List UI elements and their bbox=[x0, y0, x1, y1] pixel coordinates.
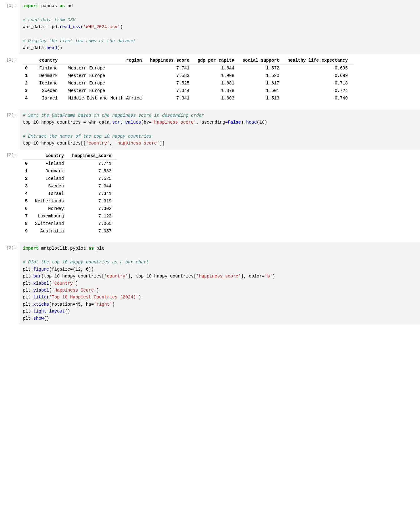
row-country: Luxembourg bbox=[32, 212, 69, 220]
row-happiness: 7.122 bbox=[69, 212, 117, 220]
table-row: 5 Netherlands 7.319 bbox=[23, 197, 117, 205]
row-country: Switzerland bbox=[32, 220, 69, 227]
row-happiness: 7.319 bbox=[69, 197, 117, 205]
row-gdp: 1.878 bbox=[195, 87, 240, 94]
output-content-1: country region happiness_score gdp_per_c… bbox=[19, 54, 420, 104]
row-health: 0.724 bbox=[285, 87, 353, 94]
row-country: Norway bbox=[32, 205, 69, 212]
row-country: Australia bbox=[32, 227, 69, 235]
code-block-2: # Sort the DataFrame based on the happin… bbox=[23, 112, 416, 147]
row-country: Israel bbox=[32, 94, 63, 102]
row-happiness: 7.341 bbox=[148, 94, 195, 102]
code-cell-1: [1]: import pandas as pd # Load data fro… bbox=[0, 0, 420, 54]
row-idx: 3 bbox=[23, 87, 32, 94]
col-header-health: healthy_life_expectancy bbox=[285, 57, 353, 64]
row-idx: 2 bbox=[23, 175, 32, 182]
code-content-3: import matplotlib.pyplot as plt # Plot t… bbox=[19, 242, 420, 324]
row-idx: 5 bbox=[23, 197, 32, 205]
output-cell-2: [2]: country happiness_score 0 Finland 7… bbox=[0, 150, 420, 237]
row-social: 1.501 bbox=[240, 87, 285, 94]
col-header-happiness2: happiness_score bbox=[69, 152, 117, 160]
row-happiness: 7.057 bbox=[69, 227, 117, 235]
row-region: Western Europe bbox=[63, 87, 147, 94]
table-row: 4 Israel 7.341 bbox=[23, 190, 117, 197]
code-block-3: import matplotlib.pyplot as plt # Plot t… bbox=[23, 245, 416, 322]
col-header-country2: country bbox=[32, 152, 69, 160]
cell-label-2: [2]: bbox=[0, 109, 19, 150]
row-social: 1.617 bbox=[240, 79, 285, 87]
row-health: 0.740 bbox=[285, 94, 353, 102]
row-country: Iceland bbox=[32, 79, 63, 87]
col-header-country: country bbox=[32, 57, 63, 64]
row-happiness: 7.302 bbox=[69, 205, 117, 212]
row-country: Iceland bbox=[32, 175, 69, 182]
table-row: 2 Iceland Western Europe 7.525 1.881 1.6… bbox=[23, 79, 353, 87]
row-health: 0.699 bbox=[285, 72, 353, 79]
row-gdp: 1.881 bbox=[195, 79, 240, 87]
row-happiness: 7.060 bbox=[69, 220, 117, 227]
col-header-idx bbox=[23, 57, 32, 64]
col-header-gdp: gdp_per_capita bbox=[195, 57, 240, 64]
row-idx: 4 bbox=[23, 94, 32, 102]
row-happiness: 7.525 bbox=[148, 79, 195, 87]
row-country: Finland bbox=[32, 160, 69, 167]
row-idx: 1 bbox=[23, 72, 32, 79]
col-header-region: region bbox=[63, 57, 147, 64]
row-idx: 0 bbox=[23, 64, 32, 72]
row-region: Western Europe bbox=[63, 79, 147, 87]
col-header-happiness: happiness_score bbox=[148, 57, 195, 64]
output-label-1: [1]: bbox=[0, 54, 19, 104]
row-happiness: 7.341 bbox=[69, 190, 117, 197]
col-header-social: social_support bbox=[240, 57, 285, 64]
row-region: Western Europe bbox=[63, 64, 147, 72]
row-health: 0.718 bbox=[285, 79, 353, 87]
row-happiness: 7.344 bbox=[148, 87, 195, 94]
separator-1 bbox=[0, 104, 420, 109]
table-row: 9 Australia 7.057 bbox=[23, 227, 117, 235]
row-idx: 1 bbox=[23, 167, 32, 175]
row-country: Finland bbox=[32, 64, 63, 72]
row-idx: 6 bbox=[23, 205, 32, 212]
code-content-2: # Sort the DataFrame based on the happin… bbox=[19, 109, 420, 150]
code-content-1: import pandas as pd # Load data from CSV… bbox=[19, 0, 420, 54]
table-row: 7 Luxembourg 7.122 bbox=[23, 212, 117, 220]
table-row: 0 Finland Western Europe 7.741 1.844 1.5… bbox=[23, 64, 353, 72]
row-idx: 0 bbox=[23, 160, 32, 167]
cell-label-3: [3]: bbox=[0, 242, 19, 324]
row-country: Israel bbox=[32, 190, 69, 197]
row-gdp: 1.908 bbox=[195, 72, 240, 79]
row-country: Sweden bbox=[32, 182, 69, 190]
table-row: 1 Denmark 7.583 bbox=[23, 167, 117, 175]
row-idx: 7 bbox=[23, 212, 32, 220]
table-row: 3 Sweden 7.344 bbox=[23, 182, 117, 190]
output-content-2: country happiness_score 0 Finland 7.741 … bbox=[19, 150, 420, 237]
row-idx: 8 bbox=[23, 220, 32, 227]
row-idx: 2 bbox=[23, 79, 32, 87]
row-country: Denmark bbox=[32, 72, 63, 79]
separator-2 bbox=[0, 237, 420, 242]
row-happiness: 7.525 bbox=[69, 175, 117, 182]
code-cell-2: [2]: # Sort the DataFrame based on the h… bbox=[0, 109, 420, 150]
code-block-1: import pandas as pd # Load data from CSV… bbox=[23, 3, 416, 52]
row-happiness: 7.344 bbox=[69, 182, 117, 190]
output-cell-1: [1]: country region happiness_score gdp_… bbox=[0, 54, 420, 104]
row-idx: 3 bbox=[23, 182, 32, 190]
dataframe-2: country happiness_score 0 Finland 7.741 … bbox=[23, 152, 117, 235]
row-health: 0.695 bbox=[285, 64, 353, 72]
table-row: 6 Norway 7.302 bbox=[23, 205, 117, 212]
output-label-2: [2]: bbox=[0, 150, 19, 237]
table-row: 8 Switzerland 7.060 bbox=[23, 220, 117, 227]
row-gdp: 1.844 bbox=[195, 64, 240, 72]
row-idx: 4 bbox=[23, 190, 32, 197]
row-happiness: 7.583 bbox=[148, 72, 195, 79]
notebook: [1]: import pandas as pd # Load data fro… bbox=[0, 0, 420, 324]
cell-label-1: [1]: bbox=[0, 0, 19, 54]
table-row: 2 Iceland 7.525 bbox=[23, 175, 117, 182]
row-happiness: 7.741 bbox=[69, 160, 117, 167]
row-idx: 9 bbox=[23, 227, 32, 235]
table-row: 0 Finland 7.741 bbox=[23, 160, 117, 167]
row-happiness: 7.741 bbox=[148, 64, 195, 72]
row-region: Middle East and North Africa bbox=[63, 94, 147, 102]
code-cell-3: [3]: import matplotlib.pyplot as plt # P… bbox=[0, 242, 420, 324]
row-region: Western Europe bbox=[63, 72, 147, 79]
